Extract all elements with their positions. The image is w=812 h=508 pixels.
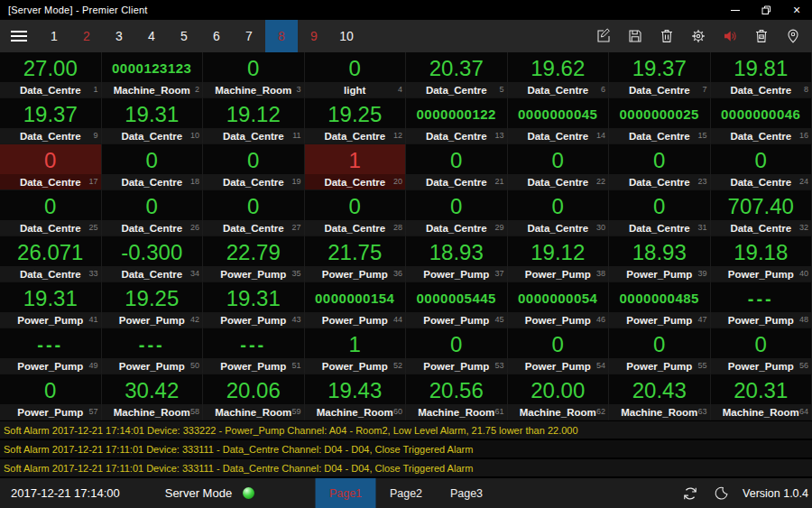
channel-tile[interactable]: 0000000485 Power_Pump 47: [609, 282, 711, 328]
channel-tile[interactable]: 0000005445 Power_Pump 45: [406, 282, 508, 328]
channel-tile[interactable]: 0 Data_Centre 19: [203, 144, 305, 190]
toolbar-tab-8[interactable]: 8: [265, 20, 298, 52]
channel-tile[interactable]: 19.31 Data_Centre 10: [102, 98, 204, 144]
channel-tile[interactable]: 0000000054 Power_Pump 46: [508, 282, 610, 328]
channel-meta: Data_Centre 8: [711, 82, 812, 97]
channel-tile[interactable]: 0 Power_Pump 55: [609, 328, 711, 374]
save-icon[interactable]: [619, 20, 651, 52]
toolbar-tab-3[interactable]: 3: [103, 20, 135, 52]
channel-tile[interactable]: 0 Power_Pump 57: [0, 374, 102, 420]
channel-tile[interactable]: 30.42 Machine_Room 58: [102, 374, 204, 420]
toolbar-tab-2[interactable]: 2: [70, 20, 103, 52]
channel-tile[interactable]: 20.06 Machine_Room 59: [203, 374, 305, 420]
restore-button[interactable]: [751, 0, 781, 20]
channel-tile[interactable]: 19.43 Machine_Room 60: [305, 374, 407, 420]
channel-tile[interactable]: 0 Data_Centre 23: [609, 144, 711, 190]
location-icon[interactable]: [777, 20, 808, 52]
toolbar-tab-6[interactable]: 6: [200, 20, 233, 52]
channel-tile[interactable]: 0000123123 Machine_Room 2: [102, 52, 204, 98]
channel-tile[interactable]: 19.25 Data_Centre 12: [305, 98, 407, 144]
channel-tile[interactable]: -0.300 Data_Centre 34: [102, 236, 204, 282]
channel-tile[interactable]: 19.31 Power_Pump 41: [0, 282, 102, 328]
channel-tile[interactable]: --- Power_Pump 50: [102, 328, 204, 374]
channel-tile[interactable]: 0 Data_Centre 31: [609, 190, 711, 236]
image-delete-icon[interactable]: [745, 20, 777, 52]
channel-tile[interactable]: 0000000045 Data_Centre 14: [508, 98, 610, 144]
channel-tile[interactable]: 26.071 Data_Centre 33: [0, 236, 102, 282]
channel-tile[interactable]: 19.12 Power_Pump 38: [508, 236, 610, 282]
channel-tile[interactable]: 1 Power_Pump 52: [305, 328, 407, 374]
channel-tile[interactable]: 19.31 Power_Pump 43: [203, 282, 305, 328]
channel-tile[interactable]: 19.25 Power_Pump 42: [102, 282, 204, 328]
channel-tile[interactable]: 19.62 Data_Centre 6: [508, 52, 610, 98]
delete-icon[interactable]: [651, 20, 682, 52]
channel-tile[interactable]: --- Power_Pump 48: [711, 282, 812, 328]
channel-tile[interactable]: 0 Data_Centre 22: [508, 144, 610, 190]
channel-tile[interactable]: 0 Data_Centre 21: [406, 144, 508, 190]
channel-tile[interactable]: 0 Data_Centre 25: [0, 190, 102, 236]
channel-tile[interactable]: 1 Data_Centre 20: [305, 144, 407, 190]
edit-icon[interactable]: [587, 20, 619, 52]
channel-tile[interactable]: 0000000025 Data_Centre 15: [609, 98, 711, 144]
channel-tile[interactable]: 0 Machine_Room 3: [203, 52, 305, 98]
channel-tile[interactable]: 19.37 Data_Centre 7: [609, 52, 711, 98]
channel-tile[interactable]: 20.43 Machine_Room 63: [609, 374, 711, 420]
channel-tile[interactable]: 0 Data_Centre 28: [305, 190, 407, 236]
settings-icon[interactable]: [682, 20, 714, 52]
minimize-button[interactable]: [720, 0, 751, 20]
toolbar-tab-1[interactable]: 1: [38, 20, 70, 52]
channel-tile[interactable]: 707.40 Data_Centre 32: [711, 190, 812, 236]
channel-index: 45: [494, 315, 503, 324]
channel-tile[interactable]: 19.12 Data_Centre 11: [203, 98, 305, 144]
channel-tile[interactable]: 21.75 Power_Pump 36: [305, 236, 407, 282]
page-tab-page1[interactable]: Page1: [316, 478, 376, 508]
channel-tile[interactable]: 0 Data_Centre 27: [203, 190, 305, 236]
channel-tile[interactable]: 0 Power_Pump 54: [508, 328, 610, 374]
channel-tile[interactable]: 19.37 Data_Centre 9: [0, 98, 102, 144]
channel-tile[interactable]: 0000000046 Data_Centre 16: [711, 98, 812, 144]
menu-button[interactable]: [0, 20, 38, 52]
toolbar-tab-9[interactable]: 9: [298, 20, 330, 52]
sync-icon[interactable]: [678, 478, 703, 508]
toolbar-tab-7[interactable]: 7: [233, 20, 265, 52]
channel-tile[interactable]: 20.37 Data_Centre 5: [406, 52, 508, 98]
channel-tile[interactable]: 0 light 4: [305, 52, 407, 98]
channel-tile[interactable]: 0 Data_Centre 30: [508, 190, 610, 236]
close-button[interactable]: ×: [781, 0, 812, 20]
speaker-icon[interactable]: [714, 20, 745, 52]
channel-index: 58: [190, 407, 199, 416]
channel-tile[interactable]: 20.00 Machine_Room 62: [508, 374, 610, 420]
channel-tile[interactable]: 0 Data_Centre 26: [102, 190, 204, 236]
channel-meta: Data_Centre 15: [609, 128, 710, 143]
channel-tile[interactable]: --- Power_Pump 51: [203, 328, 305, 374]
channel-tile[interactable]: 20.31 Machine_Room 64: [711, 374, 812, 420]
channel-tile[interactable]: 0 Power_Pump 56: [711, 328, 812, 374]
page-tab-page2[interactable]: Page2: [376, 478, 437, 508]
channel-tile[interactable]: 18.93 Power_Pump 39: [609, 236, 711, 282]
channel-tile[interactable]: 22.79 Power_Pump 35: [203, 236, 305, 282]
channel-tile[interactable]: 27.00 Data_Centre 1: [0, 52, 102, 98]
channel-tile[interactable]: 0000000122 Data_Centre 13: [406, 98, 508, 144]
channel-tile[interactable]: 0 Power_Pump 53: [406, 328, 508, 374]
channel-index: 50: [190, 361, 199, 370]
channel-tile[interactable]: 19.18 Power_Pump 40: [711, 236, 812, 282]
channel-tile[interactable]: 0 Data_Centre 17: [0, 144, 102, 190]
channel-tile[interactable]: 19.81 Data_Centre 8: [711, 52, 812, 98]
night-mode-icon[interactable]: [708, 478, 734, 508]
channel-tile[interactable]: 0 Data_Centre 29: [406, 190, 508, 236]
toolbar-tab-5[interactable]: 5: [168, 20, 200, 52]
alarm-log-row[interactable]: Soft Alarm 2017-12-21 17:14:01 Device: 3…: [0, 421, 812, 439]
channel-index: 4: [398, 85, 402, 94]
channel-value: 0: [102, 190, 203, 220]
channel-tile[interactable]: 0 Data_Centre 18: [102, 144, 204, 190]
toolbar-tab-10[interactable]: 10: [330, 20, 363, 52]
channel-tile[interactable]: 20.56 Machine_Room 61: [406, 374, 508, 420]
channel-tile[interactable]: --- Power_Pump 49: [0, 328, 102, 374]
channel-tile[interactable]: 18.93 Power_Pump 37: [406, 236, 508, 282]
alarm-log-row[interactable]: Soft Alarm 2017-12-21 17:11:01 Device: 3…: [0, 440, 812, 457]
page-tab-page3[interactable]: Page3: [437, 478, 497, 508]
channel-tile[interactable]: 0000000154 Power_Pump 44: [305, 282, 407, 328]
toolbar-tab-4[interactable]: 4: [135, 20, 168, 52]
alarm-log-row[interactable]: Soft Alarm 2017-12-21 17:11:01 Device: 3…: [0, 459, 812, 476]
channel-tile[interactable]: 0 Data_Centre 24: [711, 144, 812, 190]
